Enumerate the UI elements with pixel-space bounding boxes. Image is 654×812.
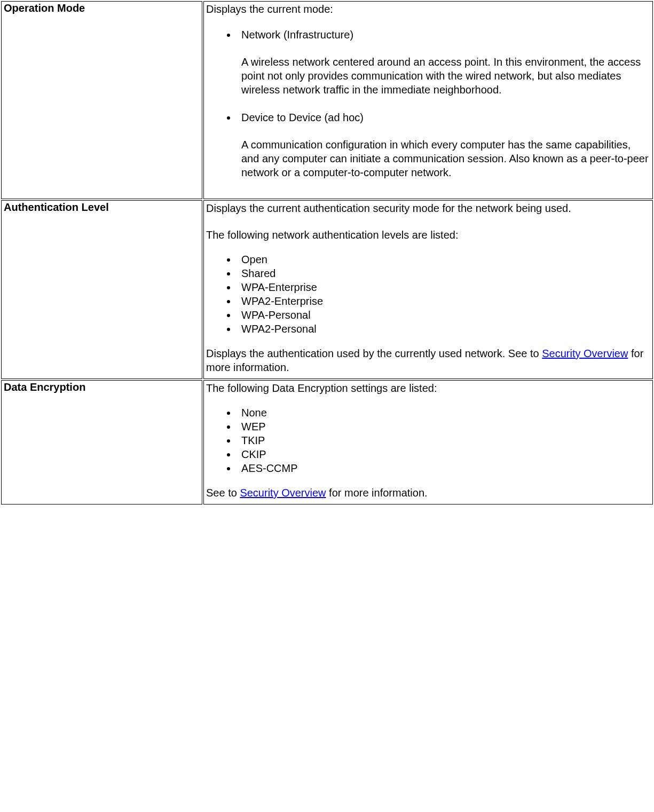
list-item-title: Network (Infrastructure)	[237, 29, 650, 41]
list-item: None	[237, 406, 650, 420]
row-label: Operation Mode	[1, 1, 202, 199]
data-enc-list: None WEP TKIP CKIP AES-CCMP	[206, 406, 650, 475]
list-item: Network (Infrastructure) A wireless netw…	[237, 29, 650, 97]
enc-footer-suffix: for more information.	[326, 487, 428, 499]
list-item: WEP	[237, 420, 650, 433]
list-item: CKIP	[237, 447, 650, 461]
row-description: The following Data Encryption settings a…	[203, 380, 653, 504]
table-row: Authentication Level Displays the curren…	[1, 200, 653, 379]
list-item-desc: A communication configuration in which e…	[237, 138, 650, 179]
op-mode-list: Network (Infrastructure) A wireless netw…	[206, 29, 650, 179]
enc-intro: The following Data Encryption settings a…	[206, 381, 650, 395]
auth-intro-1: Displays the current authentication secu…	[206, 201, 650, 215]
auth-footer-prefix: Displays the authentication used by the …	[206, 348, 542, 359]
row-label: Authentication Level	[1, 200, 202, 379]
list-item: Shared	[237, 266, 650, 280]
security-overview-link[interactable]: Security Overview	[240, 487, 326, 499]
table-row: Operation Mode Displays the current mode…	[1, 1, 653, 199]
list-item: TKIP	[237, 433, 650, 447]
list-item-desc: A wireless network centered around an ac…	[237, 55, 650, 97]
op-mode-intro: Displays the current mode:	[206, 2, 650, 16]
settings-table: Operation Mode Displays the current mode…	[0, 0, 654, 506]
security-overview-link[interactable]: Security Overview	[542, 348, 628, 359]
list-item: Device to Device (ad hoc) A communicatio…	[237, 112, 650, 179]
list-item: WPA2-Personal	[237, 322, 650, 336]
list-item: WPA-Personal	[237, 308, 650, 322]
row-label: Data Encryption	[1, 380, 202, 504]
row-description: Displays the current mode: Network (Infr…	[203, 1, 653, 199]
list-item-title: Device to Device (ad hoc)	[237, 112, 650, 124]
row-description: Displays the current authentication secu…	[203, 200, 653, 379]
auth-footer: Displays the authentication used by the …	[206, 346, 650, 374]
list-item: WPA-Enterprise	[237, 280, 650, 294]
list-item: AES-CCMP	[237, 461, 650, 475]
auth-intro-2: The following network authentication lev…	[206, 228, 650, 242]
auth-level-list: Open Shared WPA-Enterprise WPA2-Enterpri…	[206, 253, 650, 336]
enc-footer-prefix: See to	[206, 487, 240, 499]
list-item: WPA2-Enterprise	[237, 294, 650, 308]
table-row: Data Encryption The following Data Encry…	[1, 380, 653, 504]
enc-footer: See to Security Overview for more inform…	[206, 486, 650, 500]
list-item: Open	[237, 253, 650, 266]
